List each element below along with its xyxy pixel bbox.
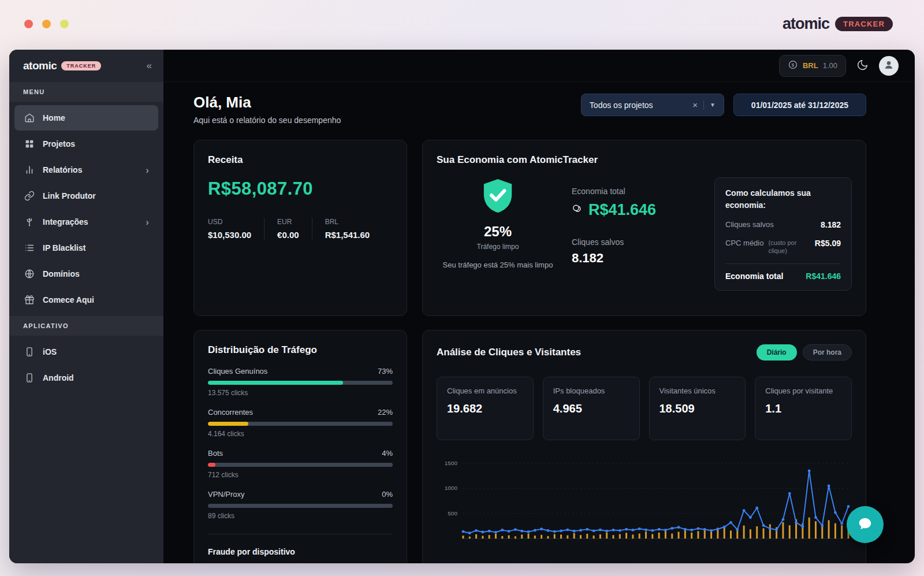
sidebar-item-link-produtor[interactable]: Link Produtor — [14, 183, 158, 209]
clean-traffic-percent: 25% — [437, 224, 559, 240]
sidebar-item-integracoes[interactable]: Integrações › — [14, 209, 158, 235]
sidebar-item-label: iOS — [43, 347, 57, 356]
topbar: $ BRL 1.00 — [163, 50, 915, 82]
brand-logo: atomic TRACKER — [783, 15, 893, 33]
sidebar-item-label: IP Blacklist — [43, 243, 85, 252]
sidebar-logo: atomic TRACKER — [23, 60, 101, 72]
sidebar-item-android[interactable]: Android — [14, 365, 158, 391]
analysis-stats: Cliques em anúncios 19.682 IPs bloqueado… — [437, 377, 852, 440]
sidebar-wordmark: atomic — [23, 60, 57, 72]
chevron-right-icon: › — [146, 165, 149, 175]
saved-clicks-value: 8.182 — [572, 251, 702, 266]
explainer-divider — [725, 263, 841, 264]
sidebar-item-home[interactable]: Home — [14, 105, 158, 131]
svg-text:500: 500 — [448, 510, 457, 516]
sidebar-item-label: Comece Aqui — [43, 295, 94, 304]
clean-traffic-block: 25% Tráfego limpo Seu tráfego está 25% m… — [437, 177, 559, 291]
brand-wordmark: atomic — [783, 15, 829, 33]
traffic-row-label: Bots — [208, 449, 223, 458]
revenue-eur: EUR €0.00 — [264, 218, 312, 240]
shield-check-icon — [481, 206, 515, 216]
currency-selector[interactable]: $ BRL 1.00 — [779, 55, 846, 77]
progress-track — [208, 381, 393, 385]
revenue-brl: BRL R$1,541.60 — [312, 218, 383, 240]
grid-icon — [24, 138, 35, 150]
progress-fill — [208, 463, 215, 467]
filter-divider — [703, 101, 704, 110]
progress-track — [208, 463, 393, 467]
revenue-total: R$58,087.70 — [208, 179, 393, 199]
explainer-row-sublabel: (custo por clique) — [768, 239, 810, 255]
sidebar-item-label: Integrações — [43, 217, 88, 226]
theme-toggle-button[interactable] — [856, 59, 869, 73]
clicks-analysis-card: Análise de Cliques e Visitantes Diário P… — [422, 330, 866, 563]
user-avatar[interactable] — [879, 56, 899, 76]
chart-line — [463, 471, 848, 533]
sidebar-item-dominios[interactable]: Domínios — [14, 261, 158, 287]
sidebar-item-label: Relatórios — [43, 165, 82, 174]
sidebar-section-menu: MENU — [9, 82, 163, 102]
page-title: Olá, Mia — [193, 94, 341, 112]
user-icon — [883, 59, 895, 73]
clean-traffic-label: Tráfego limpo — [437, 243, 559, 251]
date-range-picker[interactable]: 01/01/2025 até 31/12/2025 — [733, 94, 866, 116]
dashboard-content: Olá, Mia Aqui está o relatório do seu de… — [163, 82, 915, 563]
toggle-hourly[interactable]: Por hora — [803, 344, 852, 361]
clear-filter-icon[interactable]: × — [692, 100, 698, 110]
close-window-button[interactable] — [24, 20, 33, 28]
home-icon — [24, 112, 35, 124]
traffic-row-percent: 4% — [382, 449, 393, 458]
sidebar-item-comece-aqui[interactable]: Comece Aqui — [14, 287, 158, 313]
chart-bars — [462, 518, 849, 538]
collapse-sidebar-icon[interactable]: « — [147, 60, 152, 72]
explainer-row-label: Cliques salvos — [725, 220, 774, 230]
revenue-breakdown: USD $10,530.00 EUR €0.00 BRL R$1,541.60 — [208, 218, 393, 240]
sidebar-item-ios[interactable]: iOS — [14, 339, 158, 365]
traffic-row-label: Cliques Genuínos — [208, 367, 267, 376]
traffic-row-label: VPN/Proxy — [208, 490, 245, 499]
date-range-value: 01/01/2025 até 31/12/2025 — [751, 101, 848, 110]
toggle-daily[interactable]: Diário — [757, 344, 797, 361]
progress-fill — [208, 381, 343, 385]
project-filter-select[interactable]: Todos os projetos × ▼ — [581, 94, 724, 116]
traffic-row-genuine: Cliques Genuínos 73% 13.575 clicks — [208, 367, 393, 397]
stat-unique-visitors: Visitantes únicos 18.509 — [649, 377, 746, 440]
traffic-row-label: Concorrentes — [208, 408, 253, 417]
minimize-window-button[interactable] — [42, 20, 51, 28]
traffic-row-clicks: 4.164 clicks — [208, 430, 393, 438]
explainer-total-label: Economia total — [725, 272, 783, 281]
svg-text:1500: 1500 — [445, 460, 458, 466]
savings-total-label: Economia total — [572, 187, 702, 196]
currency-code: BRL — [803, 61, 818, 70]
sidebar-header: atomic TRACKER « — [9, 50, 163, 82]
explainer-row-value: 8.182 — [821, 220, 841, 229]
dollar-circle-icon: $ — [788, 60, 798, 72]
stat-ad-clicks: Cliques em anúncios 19.682 — [437, 377, 534, 440]
svg-text:$: $ — [792, 62, 795, 68]
revenue-usd: USD $10,530.00 — [208, 218, 264, 240]
traffic-row-clicks: 89 clicks — [208, 512, 393, 520]
sidebar-item-relatorios[interactable]: Relatórios › — [14, 157, 158, 183]
progress-track — [208, 504, 393, 508]
filters: Todos os projetos × ▼ 01/01/2025 até 31/… — [581, 94, 866, 116]
sidebar-section-aplicativo: APLICATIVO — [9, 316, 163, 336]
explainer-row-label: CPC médio — [725, 239, 763, 248]
savings-card-title: Sua Economia com AtomicTracker — [437, 154, 852, 166]
main-area: $ BRL 1.00 Olá, Mia Aqui está o rel — [163, 50, 915, 563]
device-section-divider — [208, 534, 393, 534]
coins-icon — [572, 203, 583, 217]
analysis-granularity-toggle: Diário Por hora — [757, 344, 852, 361]
moon-icon — [856, 59, 869, 73]
link-icon — [24, 190, 35, 202]
chat-widget-button[interactable] — [847, 506, 884, 543]
sidebar: atomic TRACKER « MENU Home Projetos — [9, 50, 163, 563]
currency-rate: 1.00 — [823, 61, 837, 70]
sidebar-item-ip-blacklist[interactable]: IP Blacklist — [14, 235, 158, 261]
zoom-window-button[interactable] — [60, 20, 69, 28]
sidebar-badge: TRACKER — [61, 61, 101, 70]
revenue-card-title: Receita — [208, 154, 393, 166]
page-subtitle: Aqui está o relatório do seu desempenho — [193, 116, 341, 125]
traffic-row-clicks: 13.575 clicks — [208, 389, 393, 397]
chevron-right-icon: › — [146, 217, 149, 227]
sidebar-item-projetos[interactable]: Projetos — [14, 131, 158, 157]
